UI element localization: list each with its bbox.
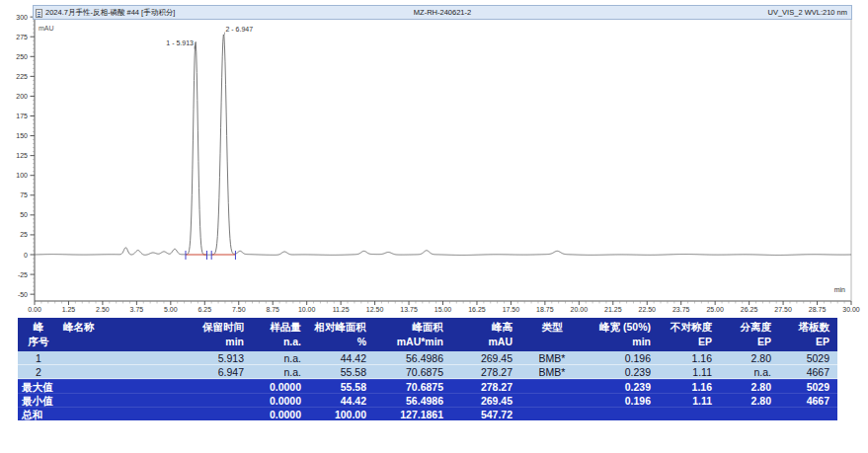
svg-text:200: 200 [16,93,28,100]
chromatogram-plot[interactable]: mAUmin3002752502252001751501251007550250… [0,0,868,314]
svg-text:50: 50 [20,211,28,218]
cell: n.a. [252,365,309,379]
cell: 4667 [779,393,837,407]
cell: 0.196 [584,393,659,407]
svg-text:175: 175 [16,113,28,119]
cell [520,393,584,407]
table-row[interactable]: 15.913n.a.44.4256.4986269.45BMB*0.1961.1… [18,351,837,365]
cell: 1 [18,351,59,365]
summary-label: 总和 [18,407,173,420]
y-axis-unit: mAU [39,25,54,32]
summary-row: 最小值0.000044.4256.4986269.450.1961.112.80… [18,393,837,407]
header-cell: 类型 [520,318,584,351]
axes: mAUmin [35,15,851,301]
cell: 44.42 [309,351,374,365]
cell [173,407,252,420]
svg-text:20.00: 20.00 [571,306,589,313]
cell: 56.4986 [374,393,451,407]
cell: 269.45 [451,393,520,407]
cell: 70.6875 [374,365,451,379]
chromatography-report: mAUmin3002752502252001751501251007550250… [0,0,868,453]
svg-text:3.75: 3.75 [130,306,144,313]
y-axis-ticks: 3002752502252001751501251007550250-25-50 [16,14,35,298]
header-cell: 峰序号 [18,318,59,351]
svg-text:0: 0 [24,252,28,259]
cell: 0.239 [584,379,659,393]
cell: 2.80 [720,379,779,393]
svg-text:0.00: 0.00 [28,306,41,313]
table-row[interactable]: 26.947n.a.55.5870.6875278.27BMB*0.2391.1… [18,365,837,379]
cell: 2.80 [720,351,779,365]
cell: 1.11 [659,393,720,407]
header-cell: 峰高mAU [451,318,520,351]
svg-text:-50: -50 [18,291,28,298]
svg-text:27.50: 27.50 [774,306,792,313]
detector-label: UV_VIS_2 WVL:210 nm [768,6,847,19]
header-cell: 峰面积mAU*min [374,318,451,351]
cell: 0.239 [584,365,659,379]
cell: 278.27 [451,379,520,393]
cell: 0.0000 [252,393,309,407]
header-cell: 峰名称 [59,318,173,351]
svg-text:15.00: 15.00 [434,306,452,313]
svg-text:225: 225 [16,73,28,80]
svg-text:25: 25 [20,231,28,238]
header-cell: 峰宽 (50%)min [584,318,659,351]
table-header-row: 峰序号峰名称 保留时间min样品量n.a.相对峰面积%峰面积mAU*min峰高m… [18,318,837,351]
header-cell: 不对称度EP [659,318,720,351]
svg-text:18.75: 18.75 [536,306,554,313]
cell: 0.196 [584,351,659,365]
peak-2-label: 2 - 6.947 [226,26,254,33]
svg-text:8.75: 8.75 [266,306,279,313]
svg-text:100: 100 [16,172,28,179]
cell: 5.913 [173,351,252,365]
cell: 0.0000 [252,407,309,420]
header-cell: 相对峰面积% [309,318,374,351]
cell: 1.16 [659,351,720,365]
sample-name: MZ-RH-240621-2 [34,6,851,19]
svg-text:12.50: 12.50 [366,306,384,313]
cell: 2.80 [720,393,779,407]
svg-text:300: 300 [16,14,28,21]
chromatogram-trace[interactable] [35,35,851,256]
header-cell: 分离度EP [720,318,779,351]
x-axis-ticks: 0.001.252.503.755.006.257.508.7510.0011.… [28,301,860,313]
cell: 2 [18,365,59,379]
cell [584,407,659,420]
svg-text:13.75: 13.75 [400,306,418,313]
cell: 70.6875 [374,379,451,393]
svg-text:10.00: 10.00 [298,306,316,313]
cell: 0.0000 [252,379,309,393]
cell: 127.1861 [374,407,451,420]
svg-text:75: 75 [20,191,28,198]
cell: 6.947 [173,365,252,379]
svg-text:11.25: 11.25 [333,306,350,313]
svg-text:2.50: 2.50 [96,306,110,313]
cell [59,365,173,379]
cell: 5029 [779,379,837,393]
svg-text:22.50: 22.50 [638,306,656,313]
cell [720,407,779,420]
svg-text:6.25: 6.25 [197,306,211,313]
svg-text:25.00: 25.00 [706,306,724,313]
svg-text:5.00: 5.00 [164,306,178,313]
svg-text:23.75: 23.75 [672,306,690,313]
cell: 1.16 [659,379,720,393]
summary-row: 总和0.0000100.00127.1861547.72 [18,407,837,420]
summary-label: 最小值 [18,393,173,407]
svg-text:7.50: 7.50 [232,306,246,313]
cell [520,407,584,420]
cell [659,407,720,420]
summary-label: 最大值 [18,379,173,393]
svg-text:28.75: 28.75 [809,306,827,313]
svg-text:1.25: 1.25 [62,306,76,313]
cell: 269.45 [451,351,520,365]
cell: BMB* [520,365,584,379]
cell: 278.27 [451,365,520,379]
x-axis-unit: min [834,286,845,293]
svg-text:275: 275 [16,34,28,40]
cell: n.a. [720,365,779,379]
summary-row: 最大值0.000055.5870.6875278.270.2391.162.80… [18,379,837,393]
cell [173,379,252,393]
peak-results-table: 峰序号峰名称 保留时间min样品量n.a.相对峰面积%峰面积mAU*min峰高m… [18,318,837,420]
